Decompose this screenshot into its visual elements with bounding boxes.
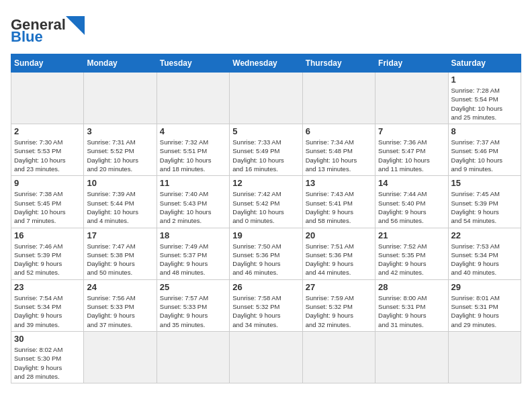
- day-info: Sunrise: 7:37 AM Sunset: 5:46 PM Dayligh…: [451, 138, 518, 173]
- calendar-cell: 3Sunrise: 7:31 AM Sunset: 5:52 PM Daylig…: [84, 124, 157, 176]
- calendar-cell: 27Sunrise: 7:59 AM Sunset: 5:32 PM Dayli…: [302, 279, 375, 331]
- weekday-header: Sunday: [11, 54, 84, 73]
- day-info: Sunrise: 8:00 AM Sunset: 5:31 PM Dayligh…: [378, 293, 445, 329]
- day-number: 8: [451, 126, 518, 136]
- calendar-cell: 23Sunrise: 7:54 AM Sunset: 5:34 PM Dayli…: [11, 279, 84, 331]
- weekday-header: Saturday: [448, 54, 521, 73]
- calendar-week-row: 16Sunrise: 7:46 AM Sunset: 5:39 PM Dayli…: [11, 228, 521, 279]
- day-info: Sunrise: 7:28 AM Sunset: 5:54 PM Dayligh…: [451, 86, 518, 122]
- calendar-cell: 13Sunrise: 7:43 AM Sunset: 5:41 PM Dayli…: [302, 176, 375, 228]
- calendar-cell: 17Sunrise: 7:47 AM Sunset: 5:38 PM Dayli…: [84, 228, 157, 279]
- calendar-week-row: 9Sunrise: 7:38 AM Sunset: 5:45 PM Daylig…: [11, 176, 521, 228]
- day-info: Sunrise: 7:32 AM Sunset: 5:51 PM Dayligh…: [160, 138, 226, 173]
- calendar-cell: 21Sunrise: 7:52 AM Sunset: 5:35 PM Dayli…: [375, 228, 448, 279]
- weekday-header-row: SundayMondayTuesdayWednesdayThursdayFrid…: [11, 54, 521, 73]
- calendar-cell: 22Sunrise: 7:53 AM Sunset: 5:34 PM Dayli…: [448, 228, 521, 279]
- calendar-cell: [302, 331, 375, 383]
- day-info: Sunrise: 7:58 AM Sunset: 5:32 PM Dayligh…: [232, 293, 299, 329]
- calendar-week-row: 30Sunrise: 8:02 AM Sunset: 5:30 PM Dayli…: [11, 331, 521, 383]
- day-number: 27: [306, 282, 372, 292]
- day-number: 23: [14, 282, 81, 292]
- day-number: 14: [378, 178, 445, 188]
- calendar-cell: 25Sunrise: 7:57 AM Sunset: 5:33 PM Dayli…: [157, 279, 229, 331]
- calendar-cell: 5Sunrise: 7:33 AM Sunset: 5:49 PM Daylig…: [230, 124, 302, 176]
- day-info: Sunrise: 7:56 AM Sunset: 5:33 PM Dayligh…: [87, 293, 153, 329]
- day-number: 1: [451, 75, 518, 85]
- calendar-cell: 29Sunrise: 8:01 AM Sunset: 5:31 PM Dayli…: [448, 279, 521, 331]
- calendar-cell: 8Sunrise: 7:37 AM Sunset: 5:46 PM Daylig…: [448, 124, 521, 176]
- day-number: 24: [87, 282, 153, 292]
- day-info: Sunrise: 7:39 AM Sunset: 5:44 PM Dayligh…: [87, 189, 153, 225]
- day-number: 3: [87, 126, 153, 136]
- calendar-cell: 26Sunrise: 7:58 AM Sunset: 5:32 PM Dayli…: [230, 279, 302, 331]
- day-info: Sunrise: 7:44 AM Sunset: 5:40 PM Dayligh…: [378, 189, 445, 225]
- calendar-cell: 20Sunrise: 7:51 AM Sunset: 5:36 PM Dayli…: [302, 228, 375, 279]
- day-info: Sunrise: 7:46 AM Sunset: 5:39 PM Dayligh…: [14, 242, 81, 277]
- calendar-cell: [11, 73, 84, 124]
- day-info: Sunrise: 7:54 AM Sunset: 5:34 PM Dayligh…: [14, 293, 81, 329]
- calendar-cell: 4Sunrise: 7:32 AM Sunset: 5:51 PM Daylig…: [157, 124, 229, 176]
- page-header: General Blue: [11, 11, 521, 47]
- day-number: 21: [378, 230, 445, 240]
- calendar-cell: 28Sunrise: 8:00 AM Sunset: 5:31 PM Dayli…: [375, 279, 448, 331]
- calendar-cell: 16Sunrise: 7:46 AM Sunset: 5:39 PM Dayli…: [11, 228, 84, 279]
- day-info: Sunrise: 8:01 AM Sunset: 5:31 PM Dayligh…: [451, 293, 518, 329]
- calendar-cell: [375, 73, 448, 124]
- day-number: 9: [14, 178, 81, 188]
- calendar-cell: 12Sunrise: 7:42 AM Sunset: 5:42 PM Dayli…: [230, 176, 302, 228]
- day-info: Sunrise: 8:02 AM Sunset: 5:30 PM Dayligh…: [14, 345, 81, 381]
- calendar-week-row: 23Sunrise: 7:54 AM Sunset: 5:34 PM Dayli…: [11, 279, 521, 331]
- day-info: Sunrise: 7:51 AM Sunset: 5:36 PM Dayligh…: [306, 242, 372, 277]
- day-number: 5: [232, 126, 299, 136]
- calendar-table: SundayMondayTuesdayWednesdayThursdayFrid…: [11, 54, 521, 383]
- calendar-cell: [448, 331, 521, 383]
- calendar-cell: [375, 331, 448, 383]
- calendar-week-row: 1Sunrise: 7:28 AM Sunset: 5:54 PM Daylig…: [11, 73, 521, 124]
- day-info: Sunrise: 7:43 AM Sunset: 5:41 PM Dayligh…: [306, 189, 372, 225]
- calendar-cell: [84, 73, 157, 124]
- day-number: 2: [14, 126, 81, 136]
- calendar-cell: 30Sunrise: 8:02 AM Sunset: 5:30 PM Dayli…: [11, 331, 84, 383]
- day-number: 13: [306, 178, 372, 188]
- day-info: Sunrise: 7:38 AM Sunset: 5:45 PM Dayligh…: [14, 189, 81, 225]
- day-number: 4: [160, 126, 226, 136]
- day-number: 26: [232, 282, 299, 292]
- day-info: Sunrise: 7:33 AM Sunset: 5:49 PM Dayligh…: [232, 138, 299, 173]
- weekday-header: Wednesday: [230, 54, 302, 73]
- day-number: 30: [14, 334, 81, 344]
- calendar-cell: [230, 73, 302, 124]
- day-info: Sunrise: 7:30 AM Sunset: 5:53 PM Dayligh…: [14, 138, 81, 173]
- weekday-header: Friday: [375, 54, 448, 73]
- day-number: 29: [451, 282, 518, 292]
- day-info: Sunrise: 7:36 AM Sunset: 5:47 PM Dayligh…: [378, 138, 445, 173]
- day-info: Sunrise: 7:45 AM Sunset: 5:39 PM Dayligh…: [451, 189, 518, 225]
- weekday-header: Tuesday: [157, 54, 229, 73]
- calendar-cell: [230, 331, 302, 383]
- day-number: 10: [87, 178, 153, 188]
- day-info: Sunrise: 7:50 AM Sunset: 5:36 PM Dayligh…: [232, 242, 299, 277]
- calendar-cell: [157, 331, 229, 383]
- day-number: 11: [160, 178, 226, 188]
- day-number: 20: [306, 230, 372, 240]
- day-number: 18: [160, 230, 226, 240]
- calendar-cell: 1Sunrise: 7:28 AM Sunset: 5:54 PM Daylig…: [448, 73, 521, 124]
- svg-text:Blue: Blue: [11, 28, 43, 44]
- day-number: 28: [378, 282, 445, 292]
- calendar-cell: 2Sunrise: 7:30 AM Sunset: 5:53 PM Daylig…: [11, 124, 84, 176]
- day-number: 17: [87, 230, 153, 240]
- day-info: Sunrise: 7:34 AM Sunset: 5:48 PM Dayligh…: [306, 138, 372, 173]
- calendar-cell: 24Sunrise: 7:56 AM Sunset: 5:33 PM Dayli…: [84, 279, 157, 331]
- day-number: 12: [232, 178, 299, 188]
- calendar-cell: 11Sunrise: 7:40 AM Sunset: 5:43 PM Dayli…: [157, 176, 229, 228]
- day-number: 22: [451, 230, 518, 240]
- logo: General Blue: [11, 11, 78, 47]
- day-number: 7: [378, 126, 445, 136]
- day-info: Sunrise: 7:57 AM Sunset: 5:33 PM Dayligh…: [160, 293, 226, 329]
- day-info: Sunrise: 7:42 AM Sunset: 5:42 PM Dayligh…: [232, 189, 299, 225]
- day-number: 6: [306, 126, 372, 136]
- calendar-cell: 15Sunrise: 7:45 AM Sunset: 5:39 PM Dayli…: [448, 176, 521, 228]
- calendar-cell: [157, 73, 229, 124]
- day-info: Sunrise: 7:49 AM Sunset: 5:37 PM Dayligh…: [160, 242, 226, 277]
- calendar-cell: [84, 331, 157, 383]
- calendar-cell: 10Sunrise: 7:39 AM Sunset: 5:44 PM Dayli…: [84, 176, 157, 228]
